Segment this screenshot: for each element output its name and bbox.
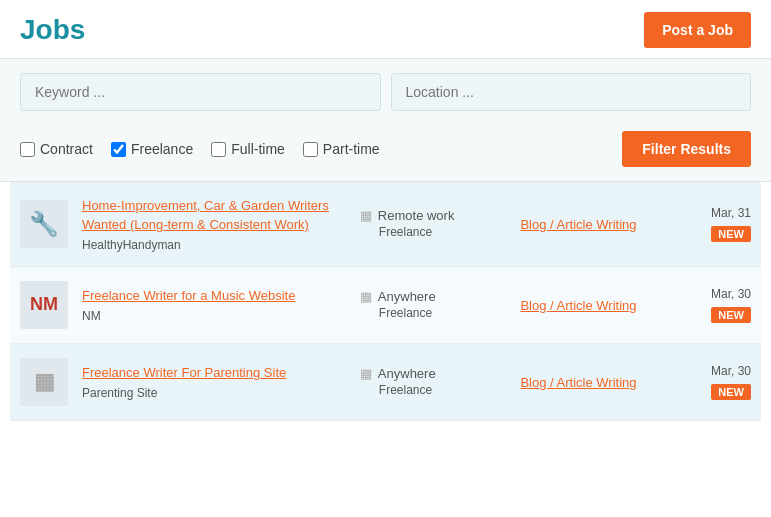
contract-checkbox[interactable] [20, 142, 35, 157]
job-meta: Mar, 30 NEW [681, 364, 751, 400]
parttime-filter[interactable]: Part-time [303, 141, 380, 157]
fulltime-filter[interactable]: Full-time [211, 141, 285, 157]
location-row: ▦ Anywhere [360, 289, 507, 304]
job-category: Blog / Article Writing [520, 215, 667, 233]
job-type: Freelance [360, 383, 507, 397]
job-category-link[interactable]: Blog / Article Writing [520, 375, 636, 390]
job-location: Remote work [378, 208, 455, 223]
page-title: Jobs [20, 14, 85, 46]
location-input[interactable] [391, 73, 752, 111]
search-row [0, 59, 771, 121]
parttime-label: Part-time [323, 141, 380, 157]
job-type: Freelance [360, 306, 507, 320]
company-initials: NM [30, 294, 58, 315]
filter-row: Contract Freelance Full-time Part-time F… [0, 121, 771, 182]
job-category: Blog / Article Writing [520, 373, 667, 391]
location-building-icon: ▦ [360, 366, 372, 381]
job-logo: 🔧 [20, 200, 68, 248]
freelance-label: Freelance [131, 141, 193, 157]
job-company: HealthyHandyman [82, 238, 346, 252]
job-location: Anywhere [378, 289, 436, 304]
job-info: Freelance Writer for a Music Website NM [82, 286, 346, 323]
job-info: Home-Improvement, Car & Garden Writers W… [82, 196, 346, 252]
filter-results-button[interactable]: Filter Results [622, 131, 751, 167]
parttime-checkbox[interactable] [303, 142, 318, 157]
job-category-link[interactable]: Blog / Article Writing [520, 217, 636, 232]
job-date: Mar, 30 [681, 287, 751, 301]
job-title-link[interactable]: Home-Improvement, Car & Garden Writers W… [82, 198, 329, 232]
keyword-input[interactable] [20, 73, 381, 111]
freelance-filter[interactable]: Freelance [111, 141, 193, 157]
job-logo: NM [20, 281, 68, 329]
job-date: Mar, 31 [681, 206, 751, 220]
location-row: ▦ Anywhere [360, 366, 507, 381]
job-title-link[interactable]: Freelance Writer for a Music Website [82, 288, 295, 303]
fulltime-label: Full-time [231, 141, 285, 157]
new-badge: NEW [711, 307, 751, 323]
page-header: Jobs Post a Job [0, 0, 771, 59]
new-badge: NEW [711, 384, 751, 400]
grid-icon: ▦ [34, 369, 55, 395]
tools-icon: 🔧 [29, 210, 59, 238]
job-category: Blog / Article Writing [520, 296, 667, 314]
job-location-block: ▦ Anywhere Freelance [360, 366, 507, 397]
jobs-list: 🔧 Home-Improvement, Car & Garden Writers… [0, 182, 771, 421]
job-company: Parenting Site [82, 386, 346, 400]
job-date: Mar, 30 [681, 364, 751, 378]
job-title-link[interactable]: Freelance Writer For Parenting Site [82, 365, 286, 380]
job-info: Freelance Writer For Parenting Site Pare… [82, 363, 346, 400]
new-badge: NEW [711, 226, 751, 242]
post-job-button[interactable]: Post a Job [644, 12, 751, 48]
contract-filter[interactable]: Contract [20, 141, 93, 157]
freelance-checkbox[interactable] [111, 142, 126, 157]
job-logo: ▦ [20, 358, 68, 406]
job-type: Freelance [360, 225, 507, 239]
location-row: ▦ Remote work [360, 208, 507, 223]
job-location-block: ▦ Anywhere Freelance [360, 289, 507, 320]
table-row: NM Freelance Writer for a Music Website … [10, 267, 761, 344]
table-row: ▦ Freelance Writer For Parenting Site Pa… [10, 344, 761, 421]
job-company: NM [82, 309, 346, 323]
table-row: 🔧 Home-Improvement, Car & Garden Writers… [10, 182, 761, 267]
location-building-icon: ▦ [360, 289, 372, 304]
location-building-icon: ▦ [360, 208, 372, 223]
contract-label: Contract [40, 141, 93, 157]
fulltime-checkbox[interactable] [211, 142, 226, 157]
job-location: Anywhere [378, 366, 436, 381]
job-meta: Mar, 31 NEW [681, 206, 751, 242]
job-category-link[interactable]: Blog / Article Writing [520, 298, 636, 313]
job-meta: Mar, 30 NEW [681, 287, 751, 323]
job-location-block: ▦ Remote work Freelance [360, 208, 507, 239]
